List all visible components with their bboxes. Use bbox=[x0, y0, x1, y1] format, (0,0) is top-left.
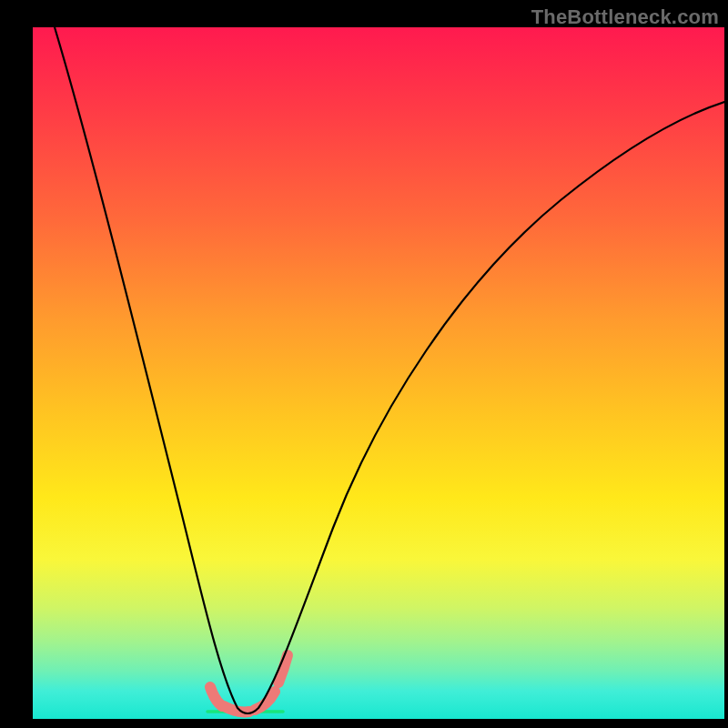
watermark-text: TheBottleneck.com bbox=[531, 5, 719, 29]
chart-plot-area bbox=[33, 27, 724, 719]
bottleneck-curve-path bbox=[55, 27, 724, 713]
bottleneck-curve-svg bbox=[33, 27, 724, 719]
marker-segment-right-low bbox=[255, 692, 275, 710]
